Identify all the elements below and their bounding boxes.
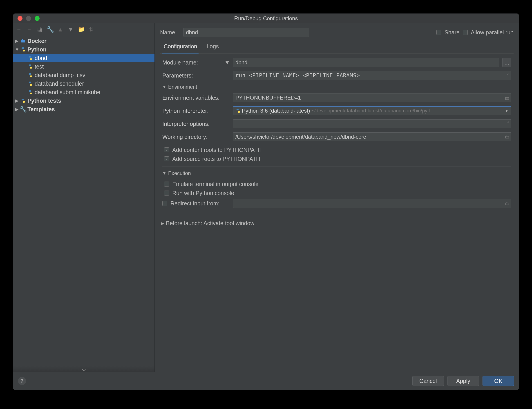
python-icon bbox=[21, 98, 26, 103]
svg-rect-1 bbox=[22, 39, 23, 40]
share-checkbox[interactable] bbox=[437, 30, 441, 35]
sort-button[interactable]: ⇅ bbox=[88, 26, 95, 33]
tree-node-docker[interactable]: ▶ Docker bbox=[13, 37, 154, 45]
python-icon bbox=[21, 47, 26, 52]
chevron-down-icon: ▼ bbox=[162, 171, 166, 176]
run-with-console-row[interactable]: Run with Python console bbox=[162, 188, 511, 197]
envvars-value: PYTHONUNBUFFERED=1 bbox=[235, 95, 301, 101]
tree-node-templates[interactable]: ▶ 🔧 Templates bbox=[13, 105, 154, 113]
run-with-console-checkbox[interactable] bbox=[164, 191, 169, 195]
tree-item-dump-csv[interactable]: databand dump_csv bbox=[13, 71, 154, 79]
parameters-value: run <PIPELINE NAME> <PIPELINE PARAMS> bbox=[235, 72, 360, 79]
main-panel: Name: dbnd Share Allow parallel run Conf… bbox=[155, 23, 519, 372]
config-tree[interactable]: ▶ Docker ▼ Python d bbox=[13, 36, 154, 366]
configuration-tab-content: Module name: ▼ dbnd ... Parameters: run … bbox=[160, 58, 513, 212]
more-button[interactable]: ... bbox=[502, 58, 511, 67]
tree-item-scheduler[interactable]: databand scheduler bbox=[13, 79, 154, 88]
svg-rect-0 bbox=[21, 40, 25, 42]
before-launch-section[interactable]: ▶ Before launch: Activate tool window bbox=[160, 220, 513, 226]
add-source-roots-checkbox[interactable] bbox=[164, 156, 169, 161]
tabs: Configuration Logs bbox=[160, 41, 513, 54]
move-down-button[interactable]: ▼ bbox=[67, 26, 74, 33]
chevron-down-icon: ▼ bbox=[15, 47, 19, 52]
python-icon bbox=[28, 73, 33, 77]
run-with-console-label: Run with Python console bbox=[172, 190, 234, 196]
copy-config-button[interactable]: ⿻ bbox=[37, 26, 43, 33]
add-config-button[interactable]: ＋ bbox=[16, 26, 22, 34]
add-content-roots-checkbox[interactable] bbox=[164, 148, 169, 152]
tree-item-minikube[interactable]: databand submit minikube bbox=[13, 88, 154, 96]
envvars-label: Environment variables: bbox=[162, 95, 230, 101]
configurations-sidebar: ＋ － ⿻ 🔧 ▲ ▼ 📁 ⇅ ▶ Docker ▼ bbox=[13, 23, 155, 372]
move-up-button[interactable]: ▲ bbox=[57, 26, 63, 33]
python-icon bbox=[28, 64, 33, 69]
dialog-footer: ? Cancel Apply OK bbox=[13, 372, 519, 390]
edit-defaults-button[interactable]: 🔧 bbox=[47, 26, 53, 33]
tree-item-test[interactable]: test bbox=[13, 62, 154, 71]
tree-node-python-tests[interactable]: ▶ Python tests bbox=[13, 96, 154, 105]
interp-options-input[interactable]: ⤢ bbox=[233, 119, 511, 128]
folder-icon[interactable]: 🗀 bbox=[505, 201, 509, 206]
python-icon bbox=[28, 81, 33, 86]
add-source-roots-label: Add source roots to PYTHONPATH bbox=[172, 156, 260, 162]
apply-button[interactable]: Apply bbox=[447, 376, 479, 386]
add-content-roots-label: Add content roots to PYTHONPATH bbox=[172, 147, 262, 153]
tree-node-python[interactable]: ▼ Python bbox=[13, 45, 154, 54]
interpreter-name: Python 3.6 (databand-latest) bbox=[242, 108, 310, 114]
tree-label: databand scheduler bbox=[35, 80, 84, 87]
chevron-right-icon: ▶ bbox=[15, 98, 19, 103]
redirect-input-path[interactable]: 🗀 bbox=[233, 199, 511, 208]
help-button[interactable]: ? bbox=[18, 377, 26, 385]
tree-label: databand dump_csv bbox=[35, 72, 85, 78]
emulate-terminal-row[interactable]: Emulate terminal in output console bbox=[162, 180, 511, 188]
dialog-content: ＋ － ⿻ 🔧 ▲ ▼ 📁 ⇅ ▶ Docker ▼ bbox=[13, 23, 519, 372]
execution-section-header[interactable]: ▼ Execution bbox=[162, 170, 511, 177]
chevron-right-icon: ▶ bbox=[15, 107, 19, 112]
cancel-button[interactable]: Cancel bbox=[412, 376, 444, 386]
name-input[interactable]: dbnd bbox=[183, 28, 309, 37]
expand-icon[interactable]: ⤢ bbox=[507, 121, 510, 124]
before-launch-label: Before launch: Activate tool window bbox=[166, 220, 254, 226]
module-value: dbnd bbox=[235, 59, 247, 66]
interpreter-label: Python interpreter: bbox=[162, 108, 230, 114]
tree-item-dbnd[interactable]: dbnd bbox=[13, 54, 154, 62]
name-value: dbnd bbox=[186, 29, 198, 36]
scroll-hint[interactable] bbox=[13, 366, 154, 372]
redirect-input-checkbox[interactable] bbox=[162, 201, 167, 206]
interp-options-label: Interpreter options: bbox=[162, 121, 230, 127]
module-name-label: Module name: bbox=[162, 59, 198, 66]
name-label: Name: bbox=[160, 29, 180, 36]
module-name-input[interactable]: dbnd bbox=[233, 58, 499, 67]
ok-button[interactable]: OK bbox=[483, 376, 514, 386]
folder-button[interactable]: 📁 bbox=[78, 26, 84, 33]
wrench-icon: 🔧 bbox=[21, 107, 26, 112]
tab-configuration[interactable]: Configuration bbox=[162, 41, 199, 54]
share-checkbox-row[interactable]: Share bbox=[437, 28, 460, 37]
tree-label: Python bbox=[28, 46, 47, 53]
folder-icon[interactable]: 🗀 bbox=[505, 134, 509, 139]
tab-logs[interactable]: Logs bbox=[205, 41, 220, 53]
add-source-roots-row[interactable]: Add source roots to PYTHONPATH bbox=[162, 154, 511, 163]
add-content-roots-row[interactable]: Add content roots to PYTHONPATH bbox=[162, 145, 511, 154]
envvars-input[interactable]: PYTHONUNBUFFERED=1 ▤ bbox=[233, 93, 511, 102]
workdir-input[interactable]: /Users/shvictor/development/databand_new… bbox=[233, 132, 511, 141]
tree-label: Docker bbox=[28, 38, 47, 44]
workdir-value: /Users/shvictor/development/databand_new… bbox=[235, 134, 366, 140]
expand-icon[interactable]: ⤢ bbox=[507, 72, 510, 76]
parameters-input[interactable]: run <PIPELINE NAME> <PIPELINE PARAMS> ⤢ bbox=[233, 71, 511, 80]
chevron-down-icon[interactable]: ▼ bbox=[224, 59, 230, 66]
dialog-window: Run/Debug Configurations ＋ － ⿻ 🔧 ▲ ▼ 📁 ⇅… bbox=[13, 13, 519, 390]
allow-parallel-checkbox[interactable] bbox=[463, 30, 468, 35]
list-icon[interactable]: ▤ bbox=[505, 95, 509, 101]
allow-parallel-row[interactable]: Allow parallel run bbox=[463, 28, 513, 37]
remove-config-button[interactable]: － bbox=[26, 26, 32, 34]
tree-label: dbnd bbox=[35, 55, 47, 61]
parameters-label: Parameters: bbox=[162, 72, 230, 79]
tree-label: databand submit minikube bbox=[35, 89, 100, 95]
chevron-right-icon: ▶ bbox=[161, 221, 164, 226]
interpreter-path: ~/development/databand-latest/databand-c… bbox=[311, 108, 430, 114]
python-icon bbox=[236, 108, 241, 113]
emulate-terminal-checkbox[interactable] bbox=[164, 182, 169, 186]
environment-section-header[interactable]: ▼ Environment bbox=[162, 84, 511, 90]
interpreter-dropdown[interactable]: Python 3.6 (databand-latest) ~/developme… bbox=[233, 106, 511, 115]
